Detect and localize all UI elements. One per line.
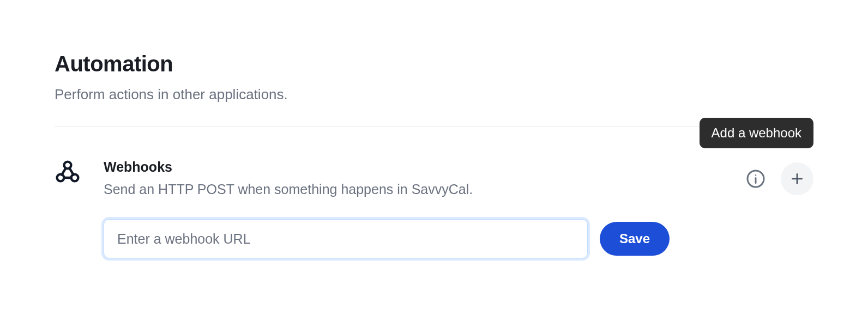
webhooks-section: Webhooks Send an HTTP POST when somethin… xyxy=(55,159,813,258)
save-button[interactable]: Save xyxy=(600,222,670,256)
section-description: Send an HTTP POST when something happens… xyxy=(104,182,813,197)
plus-icon xyxy=(790,172,804,186)
webhook-input-row: Save xyxy=(104,219,813,258)
webhook-icon xyxy=(55,159,81,185)
add-webhook-button[interactable] xyxy=(781,162,813,195)
svg-point-5 xyxy=(755,174,756,176)
section-title: Webhooks xyxy=(104,159,813,175)
info-button[interactable] xyxy=(746,169,765,189)
section-actions xyxy=(746,162,813,195)
page-title: Automation xyxy=(55,52,813,76)
add-webhook-tooltip: Add a webhook xyxy=(700,118,813,148)
webhook-url-input[interactable] xyxy=(104,219,588,258)
info-icon xyxy=(746,169,765,189)
page-subtitle: Perform actions in other applications. xyxy=(55,86,813,103)
